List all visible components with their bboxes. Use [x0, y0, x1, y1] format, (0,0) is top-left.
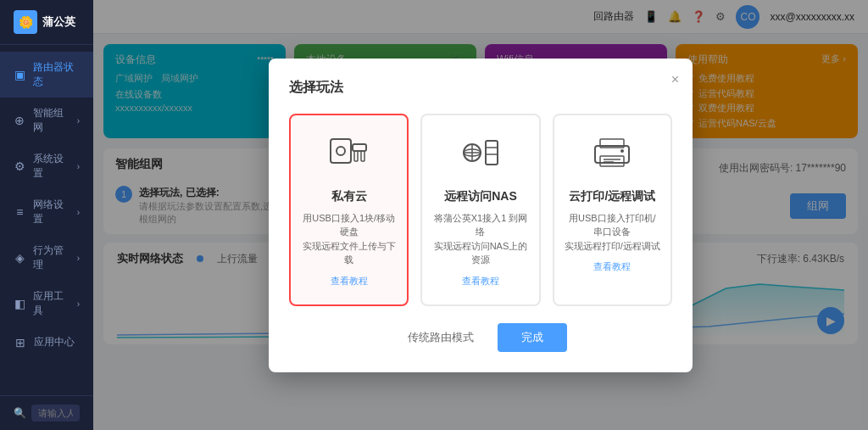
- sidebar-item-label: 应用中心: [34, 335, 75, 349]
- sidebar-item-dashboard[interactable]: ▣ 路由器状态: [0, 52, 93, 98]
- remote-nas-title: 远程访问NAS: [432, 189, 528, 204]
- svg-rect-1: [331, 139, 351, 163]
- svg-point-2: [337, 147, 345, 155]
- sidebar-item-app-tools[interactable]: ◧ 应用工具 ›: [0, 281, 93, 327]
- sidebar-item-sys-config[interactable]: ⚙ 系统设置 ›: [0, 143, 93, 189]
- sidebar-item-label: 系统设置: [33, 152, 70, 181]
- modal-dialog: 选择玩法 × 私有云 用: [269, 59, 693, 372]
- modal-title: 选择玩法: [289, 79, 672, 97]
- remote-nas-desc: 将蒲公英X1接入1 到网络实现远程访问NAS上的资源: [432, 211, 528, 267]
- modal-card-remote-nas[interactable]: 远程访问NAS 将蒲公英X1接入1 到网络实现远程访问NAS上的资源 查看教程: [420, 114, 540, 306]
- modal-footer: 传统路由模式 完成: [289, 323, 672, 352]
- cloud-print-link[interactable]: 查看教程: [593, 261, 631, 271]
- main-content: 回路由器 📱 🔔 ❓ ⚙ CO xxx@xxxxxxxxx.xx 设备信息 ▪▪…: [93, 0, 868, 430]
- modal-cards: 私有云 用USB口接入1块/移动硬盘实现远程文件上传与下载 查看教程: [289, 114, 672, 306]
- sidebar: 🌼 蒲公英 ▣ 路由器状态 ⊕ 智能组网 › ⚙ 系统设置 › ≡ 网络设置 ›…: [0, 0, 93, 430]
- remote-nas-link[interactable]: 查看教程: [462, 276, 499, 286]
- modal-overlay: 选择玩法 × 私有云 用: [93, 0, 868, 430]
- chevron-icon: ›: [77, 162, 80, 171]
- sidebar-item-behavior[interactable]: ◈ 行为管理 ›: [0, 235, 93, 281]
- sidebar-item-label: 路由器状态: [33, 60, 80, 89]
- sidebar-search-area: 🔍: [0, 395, 93, 430]
- sidebar-item-net-config[interactable]: ≡ 网络设置 ›: [0, 189, 93, 235]
- search-icon: 🔍: [14, 407, 26, 419]
- app-center-icon: ⊞: [14, 336, 27, 349]
- cloud-usb-icon: [301, 132, 397, 181]
- sidebar-item-smart-net[interactable]: ⊕ 智能组网 ›: [0, 98, 93, 143]
- modal-card-private-cloud[interactable]: 私有云 用USB口接入1块/移动硬盘实现远程文件上传与下载 查看教程: [289, 114, 409, 306]
- svg-rect-15: [600, 156, 624, 166]
- app-name: 蒲公英: [42, 14, 75, 30]
- net-config-icon: ≡: [14, 205, 26, 219]
- sys-config-icon: ⚙: [14, 159, 26, 173]
- traditional-mode-button[interactable]: 传统路由模式: [394, 323, 487, 352]
- chevron-icon: ›: [77, 116, 80, 126]
- confirm-button[interactable]: 完成: [498, 323, 567, 352]
- chevron-icon: ›: [77, 254, 80, 263]
- chevron-icon: ›: [77, 208, 80, 217]
- behavior-icon: ◈: [14, 251, 26, 265]
- sidebar-logo: 🌼 蒲公英: [0, 0, 93, 45]
- private-cloud-link[interactable]: 查看教程: [331, 276, 368, 286]
- nas-icon: [432, 132, 528, 181]
- app-logo-icon: 🌼: [14, 10, 37, 34]
- sidebar-item-label: 行为管理: [33, 243, 70, 272]
- modal-card-cloud-print[interactable]: 云打印/远程调试 用USB口接入打印机/串口设备实现远程打印/远程调试 查看教程: [553, 114, 672, 306]
- dashboard-icon: ▣: [14, 68, 26, 81]
- private-cloud-desc: 用USB口接入1块/移动硬盘实现远程文件上传与下载: [301, 211, 397, 267]
- cloud-print-desc: 用USB口接入打印机/串口设备实现远程打印/远程调试: [565, 211, 660, 254]
- sidebar-nav: ▣ 路由器状态 ⊕ 智能组网 › ⚙ 系统设置 › ≡ 网络设置 › ◈ 行为管…: [0, 45, 93, 395]
- smart-net-icon: ⊕: [14, 114, 26, 127]
- svg-rect-3: [353, 144, 366, 151]
- chevron-icon: ›: [77, 299, 80, 309]
- sidebar-item-app-center[interactable]: ⊞ 应用中心: [0, 327, 93, 358]
- printer-icon: [565, 132, 660, 181]
- sidebar-item-label: 网络设置: [33, 198, 70, 226]
- private-cloud-title: 私有云: [301, 189, 397, 204]
- sidebar-item-label: 智能组网: [33, 106, 70, 135]
- svg-rect-5: [361, 151, 364, 161]
- modal-close-button[interactable]: ×: [671, 72, 679, 87]
- app-tools-icon: ◧: [14, 297, 26, 310]
- sidebar-search-input[interactable]: [31, 405, 80, 422]
- svg-rect-4: [354, 151, 358, 161]
- sidebar-item-label: 应用工具: [33, 289, 70, 318]
- svg-point-18: [620, 149, 624, 153]
- cloud-print-title: 云打印/远程调试: [565, 189, 660, 204]
- svg-rect-10: [486, 141, 498, 165]
